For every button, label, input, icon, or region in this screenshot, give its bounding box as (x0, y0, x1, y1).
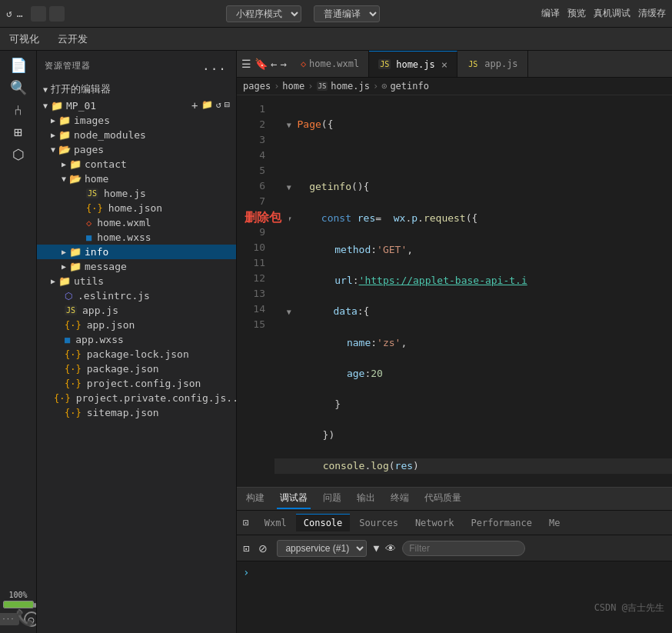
win-ctrl-2[interactable] (49, 6, 65, 22)
tree-project-private[interactable]: {·} project.private.config.js... (37, 391, 236, 405)
tab-app-js[interactable]: JS app.js (457, 51, 527, 77)
service-select[interactable]: appservice (#1) (277, 540, 367, 557)
breadcrumb-home[interactable]: home (282, 81, 304, 92)
breadcrumb-homejs[interactable]: home.js (331, 81, 370, 92)
devtools-tab-performance[interactable]: Performance (463, 515, 539, 531)
breadcrumb-pages[interactable]: pages (243, 81, 271, 92)
menu-lines-icon[interactable]: ☰ (241, 58, 251, 70)
tree-app-wxss[interactable]: ■ app.wxss (37, 332, 236, 347)
battery-percent: 100% (8, 591, 27, 599)
open-editors-label: 打开的编辑器 (51, 82, 111, 96)
new-folder-icon[interactable]: 📁 (201, 99, 213, 112)
sidebar-icon-ext[interactable]: ⬡ (12, 146, 25, 162)
nav-back-icon[interactable]: ← (271, 58, 277, 70)
bottom-tab-debugger[interactable]: 调试器 (277, 488, 311, 509)
tree-home-wxss[interactable]: ■ home.wxss (37, 230, 236, 245)
tree-home-wxml[interactable]: ◇ home.wxml (37, 215, 236, 230)
console-prompt: › (243, 566, 666, 578)
add-icon[interactable]: + (191, 99, 198, 112)
tree-utils[interactable]: ▶ 📁 utils (37, 274, 236, 288)
refresh-icon[interactable]: ↺ (6, 8, 12, 19)
sidebar-icon-files[interactable]: 📄 (10, 57, 27, 73)
sidebar-icon-search[interactable]: 🔍 (10, 79, 27, 95)
json-icon-pkg-lock: {·} (65, 349, 82, 360)
project-root[interactable]: ▼ 📁 MP_01 + 📁 ↺ ⊟ (37, 98, 236, 113)
phone-icon[interactable]: 📞 (15, 608, 35, 627)
mode-select[interactable]: 小程序模式 (226, 5, 301, 22)
folder-icon-info: 📁 (69, 246, 82, 258)
bottom-tab-terminal[interactable]: 终端 (388, 488, 412, 509)
action-debug[interactable]: 真机调试 (594, 7, 630, 20)
menu-bar: 可视化 云开发 (0, 28, 672, 51)
breadcrumb-homejs-icon: JS (317, 82, 328, 91)
open-editors-section[interactable]: ▼ 打开的编辑器 (37, 81, 236, 98)
folder-icon-contact: 📁 (69, 158, 82, 170)
devtools-inspect-icon[interactable]: ⊡ (243, 517, 249, 528)
tree-images[interactable]: ▶ 📁 images (37, 113, 236, 128)
tree-home-js[interactable]: JS home.js (37, 186, 236, 201)
devtools-tab-console[interactable]: Console (296, 514, 351, 531)
tree-node-modules[interactable]: ▶ 📁 node_modules (37, 128, 236, 142)
wxss-icon-home: ■ (86, 232, 91, 243)
tree-info[interactable]: ▶ 📁 info (37, 245, 236, 259)
sidebar-icon-grid[interactable]: ⊞ (14, 124, 22, 140)
devtools-tab-wxml[interactable]: Wxml (257, 515, 294, 531)
battery-bar (3, 601, 34, 608)
left-panel: 资源管理器 ... ▼ 打开的编辑器 ▼ 📁 MP_01 + 📁 ↺ ⊟ (37, 51, 237, 633)
tab-home-js[interactable]: JS home.js × (369, 51, 457, 77)
devtools-tab-me[interactable]: Me (541, 515, 567, 531)
tree-sitemap[interactable]: {·} sitemap.json (37, 405, 236, 420)
tree-app-js[interactable]: JS app.js (37, 303, 236, 318)
bookmark-icon[interactable]: 🔖 (254, 58, 268, 70)
json-icon-app: {·} (65, 320, 82, 331)
bottom-tab-build[interactable]: 构建 (243, 488, 268, 509)
nav-forward-icon[interactable]: → (280, 58, 286, 70)
main-layout: 📄 🔍 ⑃ ⊞ ⬡ 100% ··· ○ 资源管理器 ... ▼ 打开 (0, 51, 672, 633)
tree-eslint[interactable]: ⬡ .eslintrc.js (37, 288, 236, 303)
bottom-content: › (237, 561, 672, 633)
win-ctrl-1[interactable] (31, 6, 46, 22)
menu-cloud[interactable]: 云开发 (55, 31, 91, 48)
menu-visualize[interactable]: 可视化 (6, 31, 42, 48)
tab-close-home-js[interactable]: × (441, 58, 447, 71)
bottom-tab-output[interactable]: 输出 (354, 488, 378, 509)
breadcrumb-fn-icon: ⊙ (381, 81, 387, 92)
tree-home[interactable]: ▼ 📂 home (37, 172, 236, 186)
more-icon[interactable]: … (17, 8, 23, 19)
tree-pages[interactable]: ▼ 📂 pages (37, 142, 236, 157)
tree-pkg-json[interactable]: {·} package.json (37, 361, 236, 376)
tree-contact[interactable]: ▶ 📁 contact (37, 157, 236, 172)
compiler-select[interactable]: 普通编译 (314, 5, 380, 22)
tree-app-json[interactable]: {·} app.json (37, 318, 236, 332)
devtools-tab-network[interactable]: Network (408, 515, 462, 531)
wxss-icon-app: ■ (65, 335, 70, 345)
dropdown-icon[interactable]: ▼ (373, 542, 379, 554)
bottom-tab-problems[interactable]: 问题 (320, 488, 344, 509)
bottom-tab-quality[interactable]: 代码质量 (421, 488, 464, 509)
action-clear[interactable]: 清缓存 (638, 7, 666, 20)
filter-input[interactable] (402, 541, 525, 556)
panel-more-icon[interactable]: ... (201, 57, 228, 75)
breadcrumb-getinfo[interactable]: getinfo (390, 81, 429, 92)
tab-home-wxml[interactable]: ◇ home.wxml (291, 51, 369, 77)
collapse-all-icon[interactable]: ⊟ (225, 99, 230, 112)
devtools-tab-sources[interactable]: Sources (351, 515, 406, 531)
tree-pkg-lock[interactable]: {·} package-lock.json (37, 347, 236, 361)
action-compile[interactable]: 编译 (541, 7, 560, 20)
json-icon-proj-private: {·} (54, 393, 71, 404)
devtools-clear-btn[interactable]: ⊘ (255, 541, 271, 556)
open-editors-chevron: ▼ (43, 85, 48, 94)
sidebar-icon-git[interactable]: ⑃ (14, 102, 22, 118)
tree-message[interactable]: ▶ 📁 message (37, 259, 236, 274)
tree-home-json[interactable]: {·} home.json (37, 201, 236, 215)
js-icon-tab-app: JS (467, 59, 479, 69)
refresh-tree-icon[interactable]: ↺ (216, 99, 221, 112)
eye-icon[interactable]: 👁 (385, 542, 396, 555)
folder-icon-home: 📂 (69, 173, 82, 185)
top-bar-left: ↺ … (6, 6, 65, 22)
code-content[interactable]: ▼ Page({ ▼ getinfo(){ ▼ const res= wx.p.… (271, 95, 672, 487)
tree-project-config[interactable]: {·} project.config.json (37, 376, 236, 391)
wxml-icon-home: ◇ (86, 218, 91, 228)
devtools-nav-icon[interactable]: ⊡ (243, 542, 249, 555)
action-preview[interactable]: 预览 (567, 7, 586, 20)
